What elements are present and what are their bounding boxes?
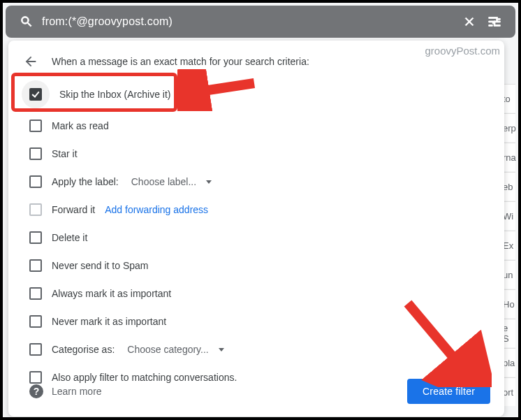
option-skip-inbox-label: Skip the Inbox (Archive it) xyxy=(59,89,171,100)
checkbox-mark-read[interactable] xyxy=(29,120,42,132)
checkbox-forward[interactable] xyxy=(29,203,42,216)
back-button[interactable] xyxy=(20,50,42,73)
checkbox-delete[interactable] xyxy=(29,231,42,244)
option-mark-read-label: Mark as read xyxy=(52,120,109,131)
create-filter-button[interactable]: Create filter xyxy=(407,379,490,404)
watermark-text: groovyPost.com xyxy=(425,45,500,57)
checkbox-skip-inbox-circle[interactable] xyxy=(22,80,50,108)
option-never-important[interactable]: Never mark it as important xyxy=(29,307,493,335)
search-bar[interactable]: from:(*@groovypost.com) xyxy=(6,6,515,38)
checkbox-apply-label[interactable] xyxy=(29,175,42,188)
chevron-down-icon xyxy=(206,180,212,184)
option-always-important[interactable]: Always mark it as important xyxy=(29,280,493,307)
option-star-label: Star it xyxy=(52,148,78,159)
chevron-down-icon xyxy=(219,348,224,352)
option-skip-inbox[interactable]: Skip the Inbox (Archive it) xyxy=(29,77,493,112)
option-mark-read[interactable]: Mark as read xyxy=(29,112,493,140)
option-never-spam-label: Never send it to Spam xyxy=(52,260,149,271)
option-forward-prefix: Forward it xyxy=(52,204,95,215)
option-delete-label: Delete it xyxy=(52,232,87,243)
option-never-important-label: Never mark it as important xyxy=(52,316,166,327)
checkbox-star[interactable] xyxy=(29,147,42,160)
option-always-important-label: Always mark it as important xyxy=(52,288,171,299)
forward-address-link[interactable]: Add forwarding address xyxy=(105,204,208,215)
option-categorise-prefix: Categorise as: xyxy=(52,344,115,355)
option-apply-label-prefix: Apply the label: xyxy=(52,176,119,187)
apply-label-dropdown-text: Choose label... xyxy=(131,176,196,187)
option-forward[interactable]: Forward it Add forwarding address xyxy=(29,196,493,224)
option-apply-label[interactable]: Apply the label: Choose label... xyxy=(29,168,493,196)
learn-more-label: Learn more xyxy=(52,386,102,397)
filter-options-icon[interactable] xyxy=(482,9,507,34)
checkbox-never-important[interactable] xyxy=(29,315,42,328)
search-query-text[interactable]: from:(*@groovypost.com) xyxy=(39,15,457,28)
categorise-dropdown[interactable]: Choose category... xyxy=(124,344,223,355)
search-icon[interactable] xyxy=(14,9,39,34)
filter-panel: When a message is an exact match for you… xyxy=(8,41,504,417)
checkbox-skip-inbox[interactable] xyxy=(29,88,42,101)
filter-options-list: Skip the Inbox (Archive it) Mark as read… xyxy=(8,75,504,391)
apply-label-dropdown[interactable]: Choose label... xyxy=(129,176,212,187)
option-categorise[interactable]: Categorise as: Choose category... xyxy=(29,335,493,363)
learn-more-link[interactable]: ? Learn more xyxy=(29,384,102,398)
checkbox-categorise[interactable] xyxy=(29,343,42,356)
option-star[interactable]: Star it xyxy=(29,140,493,168)
clear-search-icon[interactable] xyxy=(457,9,482,34)
checkbox-always-important[interactable] xyxy=(29,287,42,300)
option-delete[interactable]: Delete it xyxy=(29,224,493,252)
panel-heading: When a message is an exact match for you… xyxy=(52,56,309,67)
help-icon: ? xyxy=(29,384,43,398)
option-never-spam[interactable]: Never send it to Spam xyxy=(29,252,493,280)
checkbox-never-spam[interactable] xyxy=(29,259,42,272)
categorise-dropdown-text: Choose category... xyxy=(127,344,208,355)
